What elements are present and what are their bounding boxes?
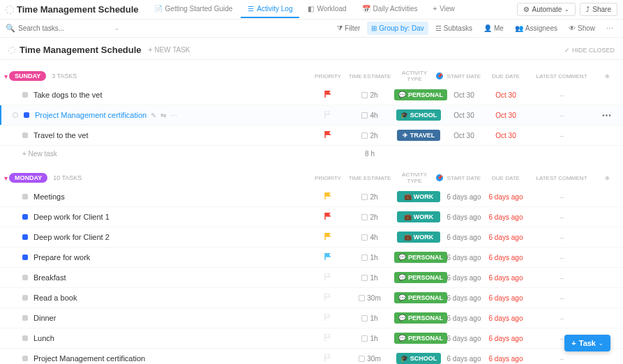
- start-date-cell[interactable]: 6 days ago: [443, 274, 485, 282]
- time-estimate-cell[interactable]: 2h: [345, 132, 394, 139]
- task-name[interactable]: Travel to the vet: [33, 131, 88, 139]
- time-estimate-cell[interactable]: 4h: [345, 234, 394, 241]
- time-estimate-cell[interactable]: 2h: [345, 91, 394, 99]
- time-estimate-cell[interactable]: 30m: [345, 355, 394, 363]
- task-name[interactable]: Prepare for work: [33, 253, 90, 261]
- col-priority[interactable]: PRIORITY: [310, 73, 345, 79]
- comment-cell[interactable]: –: [527, 254, 596, 261]
- search-input[interactable]: [18, 24, 102, 32]
- start-date-cell[interactable]: Oct 30: [443, 132, 485, 139]
- status-square[interactable]: [22, 92, 28, 98]
- task-row[interactable]: Lunch 1h 💬PERSONAL 6 days ago 6 days ago…: [0, 328, 623, 349]
- priority-cell[interactable]: [310, 294, 345, 302]
- activity-type-cell[interactable]: 💼WORK: [394, 211, 443, 222]
- status-square[interactable]: [22, 132, 28, 138]
- due-date-cell[interactable]: 6 days ago: [485, 314, 527, 322]
- start-date-cell[interactable]: Oct 30: [443, 91, 485, 99]
- comment-cell[interactable]: –: [527, 193, 596, 201]
- activity-type-cell[interactable]: 💬PERSONAL: [394, 292, 443, 303]
- day-pill[interactable]: SUNDAY: [9, 71, 46, 81]
- activity-type-cell[interactable]: 💬PERSONAL: [394, 333, 443, 344]
- col-priority[interactable]: PRIORITY: [310, 175, 345, 181]
- comment-cell[interactable]: –: [527, 274, 596, 282]
- status-square[interactable]: [22, 356, 28, 361]
- chevron-down-icon[interactable]: ⌄: [114, 25, 119, 31]
- task-row[interactable]: Dinner 1h 💬PERSONAL 6 days ago 6 days ag…: [0, 308, 623, 328]
- col-latest-comment[interactable]: LATEST COMMENT: [527, 73, 596, 79]
- task-name[interactable]: Read a book: [33, 294, 77, 302]
- due-date-cell[interactable]: 6 days ago: [485, 234, 527, 241]
- subtasks-button[interactable]: ☲Subtasks: [431, 22, 476, 35]
- task-row[interactable]: Meetings 2h 💼WORK 6 days ago 6 days ago …: [0, 187, 623, 207]
- task-row[interactable]: Deep work for Client 1 2h 💼WORK 6 days a…: [0, 207, 623, 227]
- task-row[interactable]: Travel to the vet 2h ✈TRAVEL Oct 30 Oct …: [0, 126, 623, 146]
- time-estimate-cell[interactable]: 2h: [345, 213, 394, 221]
- row-more-icon[interactable]: •••: [602, 112, 612, 119]
- group-by-button[interactable]: ⊞Group by: Dav: [367, 22, 428, 35]
- col-time-estimate[interactable]: TIME ESTIMATE: [345, 73, 394, 79]
- col-activity-type[interactable]: ACTIVITY TYPE 📌: [394, 70, 443, 82]
- start-date-cell[interactable]: Oct 30: [443, 112, 485, 119]
- collapse-icon[interactable]: ▾: [4, 73, 8, 80]
- col-start-date[interactable]: START DATE: [443, 73, 485, 79]
- more-icon[interactable]: ⋯: [170, 112, 177, 119]
- edit-icon[interactable]: ✎: [151, 112, 156, 119]
- comment-cell[interactable]: –: [527, 234, 596, 241]
- priority-cell[interactable]: [310, 253, 345, 261]
- task-name[interactable]: Dinner: [33, 314, 56, 322]
- col-start-date[interactable]: START DATE: [443, 175, 485, 181]
- activity-type-cell[interactable]: 💬PERSONAL: [394, 252, 443, 263]
- task-name[interactable]: Take dogs to the vet: [33, 91, 102, 99]
- day-pill[interactable]: MONDAY: [9, 173, 47, 183]
- new-task-row[interactable]: + New task 8 h: [0, 146, 623, 162]
- due-date-cell[interactable]: 6 days ago: [485, 335, 527, 342]
- due-date-cell[interactable]: 6 days ago: [485, 274, 527, 282]
- priority-cell[interactable]: [310, 334, 345, 342]
- col-activity-type[interactable]: ACTIVITY TYPE 📌: [394, 172, 443, 184]
- col-latest-comment[interactable]: LATEST COMMENT: [527, 175, 596, 181]
- time-estimate-cell[interactable]: 4h: [345, 112, 394, 119]
- task-name[interactable]: Project Management certification: [33, 354, 145, 363]
- priority-cell[interactable]: [310, 91, 345, 99]
- due-date-cell[interactable]: 6 days ago: [485, 355, 527, 363]
- priority-cell[interactable]: [310, 354, 345, 363]
- new-task-fab[interactable]: + Task ⌄: [564, 335, 610, 351]
- status-square[interactable]: [24, 112, 29, 118]
- col-due-date[interactable]: DUE DATE: [485, 73, 527, 79]
- time-estimate-cell[interactable]: 1h: [345, 254, 394, 261]
- task-name[interactable]: Lunch: [33, 334, 54, 342]
- due-date-cell[interactable]: 6 days ago: [485, 254, 527, 261]
- collapse-icon[interactable]: ▾: [4, 174, 8, 182]
- task-row[interactable]: Take dogs to the vet 2h 💬PERSONAL Oct 30…: [0, 85, 623, 105]
- priority-cell[interactable]: [310, 192, 345, 201]
- comment-cell[interactable]: –: [527, 355, 596, 363]
- new-task-header[interactable]: + NEW TASK: [149, 46, 190, 54]
- due-date-cell[interactable]: Oct 30: [485, 91, 527, 99]
- status-square[interactable]: [22, 255, 28, 260]
- due-date-cell[interactable]: 6 days ago: [485, 294, 527, 302]
- status-square[interactable]: [22, 315, 28, 321]
- activity-type-cell[interactable]: ✈TRAVEL: [394, 130, 443, 141]
- task-row[interactable]: Read a book 30m 💬PERSONAL 6 days ago 6 d…: [0, 288, 623, 308]
- status-square[interactable]: [22, 275, 28, 280]
- activity-type-cell[interactable]: 💬PERSONAL: [394, 312, 443, 324]
- status-square[interactable]: [22, 234, 28, 240]
- start-date-cell[interactable]: 6 days ago: [443, 254, 485, 261]
- task-name[interactable]: Breakfast: [33, 273, 66, 282]
- start-date-cell[interactable]: 6 days ago: [443, 213, 485, 221]
- start-date-cell[interactable]: 6 days ago: [443, 193, 485, 201]
- status-square[interactable]: [22, 214, 28, 220]
- comment-cell[interactable]: –: [527, 314, 596, 322]
- status-square[interactable]: [22, 295, 28, 301]
- add-column[interactable]: ⊕: [596, 73, 617, 79]
- due-date-cell[interactable]: Oct 30: [485, 112, 527, 119]
- task-name[interactable]: Meetings: [33, 192, 65, 201]
- comment-cell[interactable]: –: [527, 213, 596, 221]
- priority-cell[interactable]: [310, 213, 345, 221]
- start-date-cell[interactable]: 6 days ago: [443, 314, 485, 322]
- priority-cell[interactable]: [310, 233, 345, 241]
- tab-getting-started[interactable]: 📄Getting Started Guide: [147, 1, 240, 18]
- time-estimate-cell[interactable]: 30m: [345, 294, 394, 302]
- show-button[interactable]: 👁Show: [564, 22, 599, 35]
- task-row[interactable]: Prepare for work 1h 💬PERSONAL 6 days ago…: [0, 248, 623, 268]
